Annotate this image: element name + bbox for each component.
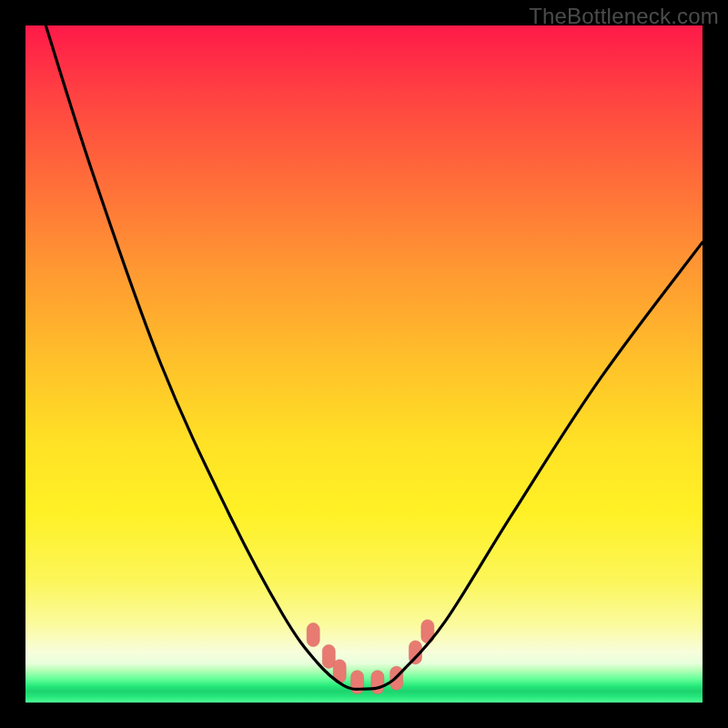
bottleneck-curve <box>46 25 703 689</box>
lozenge-marker <box>307 623 319 647</box>
plot-area <box>25 25 703 703</box>
chart-svg <box>25 25 703 703</box>
chart-frame: TheBottleneck.com <box>0 0 728 728</box>
lozenge-marker <box>371 671 384 694</box>
watermark-text: TheBottleneck.com <box>529 4 719 29</box>
